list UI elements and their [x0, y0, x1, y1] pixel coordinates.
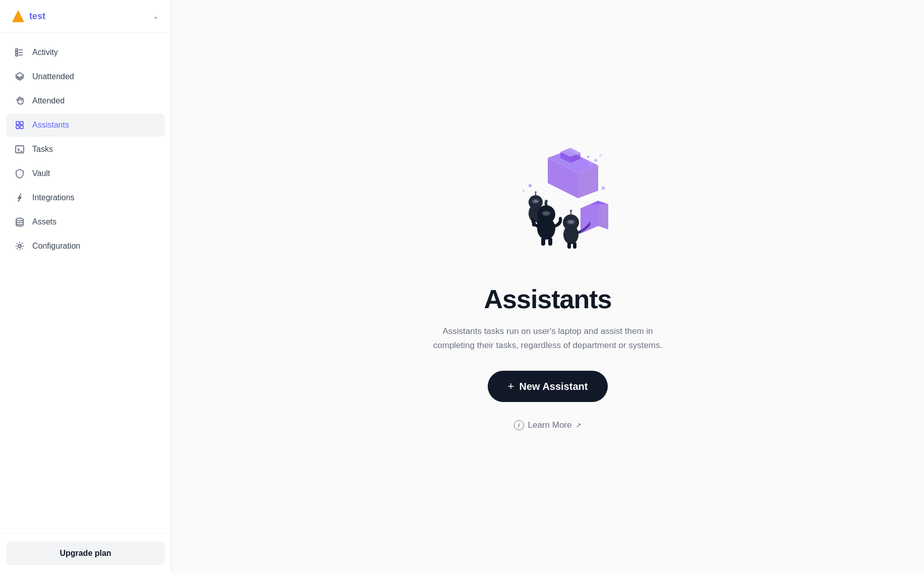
external-link-icon: ↗	[575, 421, 582, 429]
svg-point-52	[602, 186, 605, 190]
terminal-icon	[14, 144, 25, 155]
svg-point-16	[16, 218, 23, 221]
layers-icon	[14, 71, 25, 82]
svg-point-22	[587, 156, 589, 158]
svg-rect-45	[567, 242, 571, 249]
info-icon: i	[514, 420, 524, 430]
assistants-description: Assistants tasks run on user's laptop an…	[432, 324, 664, 353]
sidebar-item-configuration[interactable]: Configuration	[6, 235, 165, 258]
shield-icon	[14, 168, 25, 179]
learn-more-label: Learn More	[528, 420, 572, 430]
sidebar-item-integrations[interactable]: Integrations	[6, 186, 165, 209]
workspace-name: test	[29, 11, 45, 22]
svg-rect-12	[16, 126, 19, 129]
hand-icon	[14, 95, 25, 106]
svg-point-20	[594, 159, 597, 162]
sidebar-item-vault-label: Vault	[32, 169, 50, 178]
sidebar-item-unattended-label: Unattended	[32, 72, 74, 81]
settings-icon	[14, 241, 25, 252]
sidebar-item-assistants[interactable]: Assistants	[6, 113, 165, 137]
sidebar-item-vault[interactable]: Vault	[6, 162, 165, 185]
database-icon	[14, 216, 25, 227]
svg-rect-37	[541, 238, 545, 246]
svg-point-34	[543, 211, 550, 215]
assistants-empty-state: Assistants Assistants tasks run on user'…	[432, 143, 664, 430]
sidebar-item-activity-label: Activity	[32, 48, 58, 57]
learn-more-link[interactable]: i Learn More ↗	[514, 420, 582, 430]
new-assistant-label: New Assistant	[519, 381, 588, 392]
svg-point-36	[545, 200, 548, 203]
main-content: Assistants Assistants tasks run on user'…	[171, 0, 924, 573]
assistants-icon	[14, 120, 25, 131]
plus-icon: +	[508, 380, 514, 393]
sidebar-item-attended[interactable]: Attended	[6, 89, 165, 112]
chevron-down-icon: ⌄	[153, 12, 159, 20]
sidebar: test ⌄ Activity	[0, 0, 171, 573]
workspace-header[interactable]: test ⌄	[0, 0, 171, 33]
sidebar-nav: Activity Unattended Attend	[0, 33, 171, 533]
sidebar-item-assistants-label: Assistants	[32, 121, 69, 130]
svg-point-42	[568, 220, 574, 223]
svg-rect-46	[573, 242, 576, 249]
svg-point-50	[529, 184, 532, 187]
svg-point-17	[19, 245, 21, 248]
assistants-illustration	[482, 143, 613, 274]
sidebar-item-tasks[interactable]: Tasks	[6, 138, 165, 161]
sidebar-item-attended-label: Attended	[32, 96, 65, 105]
list-icon	[14, 47, 25, 58]
sidebar-item-assets[interactable]: Assets	[6, 210, 165, 234]
warning-icon	[12, 10, 24, 22]
new-assistant-button[interactable]: + New Assistant	[488, 371, 608, 402]
sidebar-footer: Upgrade plan	[0, 533, 171, 573]
svg-point-21	[600, 154, 602, 156]
svg-rect-13	[20, 126, 23, 129]
sidebar-item-integrations-label: Integrations	[32, 193, 75, 202]
svg-rect-38	[548, 238, 552, 246]
upgrade-plan-button[interactable]: Upgrade plan	[6, 542, 165, 565]
sidebar-item-configuration-label: Configuration	[32, 242, 80, 251]
bolt-icon	[14, 192, 25, 203]
sidebar-item-activity[interactable]: Activity	[6, 41, 165, 64]
sidebar-item-assets-label: Assets	[32, 217, 56, 226]
svg-point-19	[589, 162, 593, 166]
svg-point-51	[523, 190, 525, 192]
sidebar-item-unattended[interactable]: Unattended	[6, 65, 165, 88]
assistants-page-title: Assistants	[484, 284, 612, 314]
sidebar-item-tasks-label: Tasks	[32, 145, 53, 154]
svg-rect-10	[16, 122, 19, 125]
svg-point-28	[535, 191, 537, 193]
svg-point-44	[570, 209, 572, 212]
svg-rect-11	[20, 122, 23, 125]
svg-point-26	[533, 200, 538, 203]
